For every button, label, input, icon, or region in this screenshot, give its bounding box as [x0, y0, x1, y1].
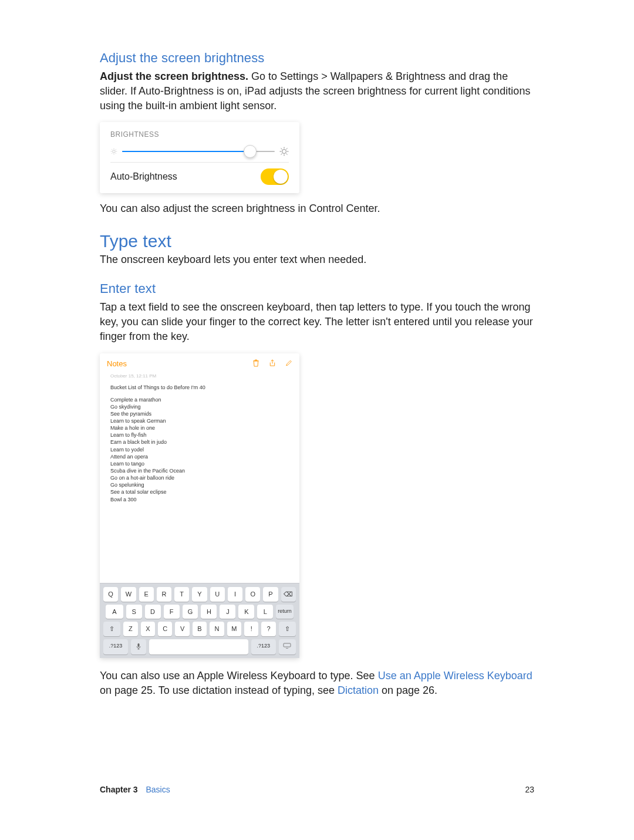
- keyboard-key[interactable]: O: [245, 587, 260, 602]
- link-dictation[interactable]: Dictation: [338, 684, 379, 696]
- notes-body[interactable]: October 15, 12:11 PM Bucket List of Thin…: [100, 373, 299, 583]
- paragraph-control-center: You can also adjust the screen brightnes…: [100, 201, 534, 216]
- list-item: Complete a marathon: [110, 396, 289, 403]
- list-item: See a total solar eclipse: [110, 488, 289, 495]
- keyboard-key[interactable]: ⇧: [103, 622, 120, 636]
- svg-line-14: [281, 149, 282, 150]
- svg-line-8: [116, 150, 116, 150]
- list-item: Go on a hot-air balloon ride: [110, 474, 289, 481]
- list-item: Scuba dive in the Pacific Ocean: [110, 467, 289, 474]
- keyboard-key[interactable]: return: [276, 605, 294, 619]
- keyboard-key[interactable]: S: [126, 605, 142, 619]
- compose-icon[interactable]: [285, 359, 292, 369]
- keyboard-key[interactable]: N: [210, 622, 224, 636]
- share-icon[interactable]: [269, 359, 276, 369]
- keyboard-key[interactable]: V: [175, 622, 189, 636]
- svg-line-7: [112, 153, 112, 154]
- paragraph-enter-text: Tap a text field to see the onscreen key…: [100, 300, 534, 343]
- svg-rect-19: [284, 643, 291, 647]
- auto-brightness-label: Auto-Brightness: [110, 171, 177, 182]
- keyboard-key[interactable]: E: [139, 587, 154, 602]
- closing-t3: on page 26.: [379, 684, 437, 696]
- keyboard-key[interactable]: H: [201, 605, 217, 619]
- keyboard-key[interactable]: ⌫: [281, 587, 296, 602]
- brightness-slider-thumb[interactable]: [244, 145, 257, 158]
- svg-line-16: [281, 154, 282, 155]
- heading-enter-text: Enter text: [100, 281, 534, 296]
- link-wireless-keyboard[interactable]: Use an Apple Wireless Keyboard: [378, 670, 532, 682]
- svg-point-9: [282, 150, 286, 154]
- list-item: Earn a black belt in judo: [110, 438, 289, 446]
- list-item: Go skydiving: [110, 403, 289, 410]
- sun-bright-icon: [279, 147, 289, 156]
- svg-line-15: [286, 154, 288, 155]
- keyboard-key[interactable]: K: [238, 605, 254, 619]
- notes-app-screenshot: Notes October 15, 12:11 PM Bucket List o…: [100, 353, 299, 658]
- list-item: Make a hole in one: [110, 424, 289, 431]
- heading-type-text: Type text: [100, 231, 534, 251]
- closing-t1: You can also use an Apple Wireless Keybo…: [100, 670, 378, 682]
- keyboard-key[interactable]: R: [157, 587, 171, 602]
- list-item: Learn to fly-fish: [110, 431, 289, 438]
- keyboard-key[interactable]: C: [158, 622, 172, 636]
- keyboard-key[interactable]: Q: [103, 587, 118, 602]
- notes-timestamp: October 15, 12:11 PM: [110, 373, 289, 380]
- brightness-settings-card: BRIGHTNESS Auto-Brightness: [100, 122, 299, 193]
- svg-point-0: [113, 150, 116, 153]
- closing-t2: on page 25. To use dictation instead of …: [100, 684, 338, 696]
- list-item: Learn to yodel: [110, 446, 289, 453]
- keyboard-key[interactable]: !: [244, 622, 258, 636]
- keyboard-key[interactable]: F: [164, 605, 180, 619]
- list-item: Learn to tango: [110, 460, 289, 467]
- paragraph-closing: You can also use an Apple Wireless Keybo…: [100, 669, 534, 698]
- keyboard-key[interactable]: Z: [123, 622, 137, 636]
- keyboard-key[interactable]: A: [106, 605, 123, 619]
- keyboard-key[interactable]: L: [257, 605, 273, 619]
- auto-brightness-row: Auto-Brightness: [110, 162, 289, 185]
- list-item: Learn to speak German: [110, 417, 289, 424]
- keyboard-key[interactable]: X: [141, 622, 155, 636]
- keyboard-key[interactable]: .?123: [103, 639, 128, 655]
- svg-line-17: [286, 149, 288, 150]
- notes-back-button[interactable]: Notes: [107, 359, 127, 368]
- keyboard-key[interactable]: P: [263, 587, 278, 602]
- svg-line-6: [116, 153, 116, 154]
- page-footer: Chapter 3 Basics 23: [100, 785, 534, 794]
- keyboard-key[interactable]: .?123: [251, 639, 276, 655]
- notes-title: Bucket List of Things to do Before I'm 4…: [110, 384, 289, 391]
- keyboard-key[interactable]: B: [193, 622, 207, 636]
- keyboard-key[interactable]: Y: [192, 587, 207, 602]
- list-item: See the pyramids: [110, 410, 289, 417]
- keyboard-key[interactable]: M: [227, 622, 241, 636]
- keyboard-key[interactable]: U: [210, 587, 225, 602]
- list-item: Bowl a 300: [110, 496, 289, 503]
- svg-rect-18: [138, 643, 140, 647]
- sun-dim-icon: [110, 148, 117, 155]
- brightness-slider-row: [110, 144, 289, 162]
- keyboard-key[interactable]: I: [228, 587, 242, 602]
- auto-brightness-toggle[interactable]: [261, 168, 289, 185]
- keyboard-key[interactable]: W: [121, 587, 136, 602]
- keyboard-key[interactable]: T: [174, 587, 189, 602]
- keyboard-key[interactable]: J: [220, 605, 235, 619]
- footer-chapter: Chapter 3: [100, 785, 138, 794]
- trash-icon[interactable]: [252, 359, 259, 369]
- footer-page-number: 23: [525, 785, 534, 794]
- notes-list: Complete a marathonGo skydivingSee the p…: [110, 396, 289, 503]
- keyboard-key[interactable]: ⇧: [279, 622, 296, 636]
- keyboard-key[interactable]: G: [183, 605, 198, 619]
- onscreen-keyboard: QWERTYUIOP⌫ ASDFGHJKLreturn ⇧ZXCVBNM!?⇧ …: [100, 583, 299, 658]
- paragraph-type-text-sub: The onscreen keyboard lets you enter tex…: [100, 252, 534, 267]
- keyboard-key[interactable]: [149, 639, 248, 655]
- footer-section: Basics: [146, 785, 170, 794]
- keyboard-key[interactable]: D: [145, 605, 161, 619]
- hide-keyboard-key[interactable]: [279, 639, 296, 655]
- brightness-label: BRIGHTNESS: [110, 130, 289, 139]
- keyboard-key[interactable]: ?: [261, 622, 275, 636]
- heading-adjust-brightness: Adjust the screen brightness: [100, 50, 534, 66]
- list-item: Attend an opera: [110, 453, 289, 460]
- lead-bold: Adjust the screen brightness.: [100, 70, 248, 82]
- mic-key[interactable]: [131, 639, 146, 655]
- list-item: Go spelunking: [110, 481, 289, 488]
- brightness-slider[interactable]: [122, 151, 275, 152]
